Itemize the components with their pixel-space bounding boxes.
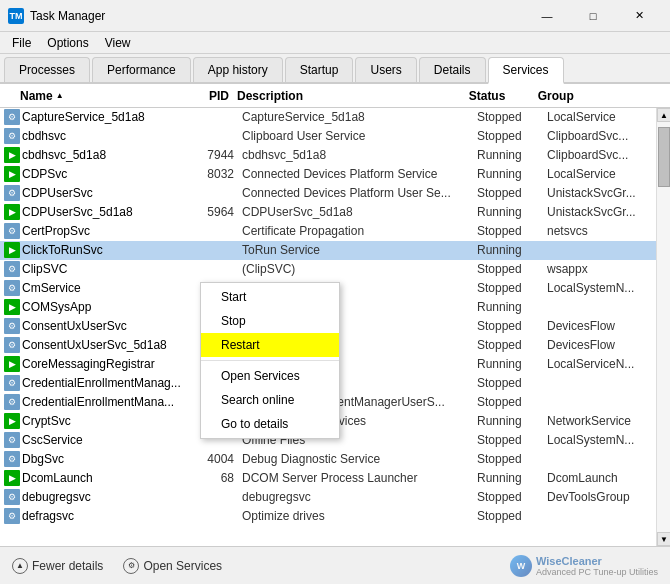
table-row[interactable]: ⚙ debugregsvc debugregsvc Stopped DevToo… [0, 488, 670, 507]
tab-processes[interactable]: Processes [4, 57, 90, 82]
tab-services[interactable]: Services [488, 57, 564, 84]
cell-status: Stopped [477, 281, 547, 295]
table-row[interactable]: ⚙ defragsvc Optimize drives Stopped [0, 507, 670, 526]
cell-group: DevicesFlow [547, 319, 667, 333]
service-icon: ⚙ [4, 337, 20, 353]
fewer-details-button[interactable]: ▲ Fewer details [12, 558, 103, 574]
service-icon: ▶ [4, 470, 20, 486]
vertical-scrollbar[interactable]: ▲ ▼ [656, 108, 670, 546]
cell-name: CoreMessagingRegistrar [22, 357, 187, 371]
service-icon: ▶ [4, 413, 20, 429]
cell-name: COMSysApp [22, 300, 187, 314]
menu-file[interactable]: File [4, 34, 39, 52]
service-icon: ⚙ [4, 280, 20, 296]
cell-name: CscService [22, 433, 187, 447]
service-icon: ⚙ [4, 451, 20, 467]
cell-group: LocalSystemN... [547, 433, 667, 447]
cell-group: UnistackSvcGr... [547, 205, 667, 219]
table-row[interactable]: ⚙ CertPropSvc Certificate Propagation St… [0, 222, 670, 241]
service-icon: ⚙ [4, 432, 20, 448]
cell-group: DevicesFlow [547, 338, 667, 352]
menu-view[interactable]: View [97, 34, 139, 52]
cell-name: DbgSvc [22, 452, 187, 466]
table-row[interactable]: ⚙ CaptureService_5d1a8 CaptureService_5d… [0, 108, 670, 127]
cell-group: UnistackSvcGr... [547, 186, 667, 200]
fewer-details-icon: ▲ [12, 558, 28, 574]
ctx-stop[interactable]: Stop [201, 309, 339, 333]
ctx-restart[interactable]: Restart [201, 333, 339, 357]
service-icon: ⚙ [4, 489, 20, 505]
cell-group: netsvcs [547, 224, 667, 238]
open-services-button[interactable]: ⚙ Open Services [123, 558, 222, 574]
wisecleaner-name: WiseCleaner [536, 555, 658, 567]
table-row[interactable]: ⚙ DbgSvc 4004 Debug Diagnostic Service S… [0, 450, 670, 469]
table-row[interactable]: ⚙ cbdhsvc Clipboard User Service Stopped… [0, 127, 670, 146]
tab-users[interactable]: Users [355, 57, 416, 82]
col-header-desc[interactable]: Description [237, 89, 469, 103]
cell-name: CredentialEnrollmentManag... [22, 376, 187, 390]
tab-details[interactable]: Details [419, 57, 486, 82]
cell-desc: CDPUserSvc_5d1a8 [242, 205, 477, 219]
service-icon: ▶ [4, 166, 20, 182]
ctx-separator [201, 360, 339, 361]
col-header-pid[interactable]: PID [183, 89, 237, 103]
maximize-button[interactable]: □ [570, 1, 616, 31]
cell-status: Running [477, 243, 547, 257]
minimize-button[interactable]: — [524, 1, 570, 31]
cell-pid: 7944 [187, 148, 242, 162]
ctx-start[interactable]: Start [201, 285, 339, 309]
cell-name: ClipSVC [22, 262, 187, 276]
cell-status: Stopped [477, 395, 547, 409]
table-row[interactable]: ▶ cbdhsvc_5d1a8 7944 cbdhsvc_5d1a8 Runni… [0, 146, 670, 165]
cell-name: CmService [22, 281, 187, 295]
scroll-up-button[interactable]: ▲ [657, 108, 670, 122]
cell-pid: 68 [187, 471, 242, 485]
cell-group: DevToolsGroup [547, 490, 667, 504]
table-row[interactable]: ▶ DcomLaunch 68 DCOM Server Process Laun… [0, 469, 670, 488]
cell-pid: 4004 [187, 452, 242, 466]
table-row[interactable]: ⚙ ClipSVC (ClipSVC) Stopped wsappx [0, 260, 670, 279]
tab-app-history[interactable]: App history [193, 57, 283, 82]
service-icon: ⚙ [4, 261, 20, 277]
cell-status: Stopped [477, 186, 547, 200]
service-icon: ▶ [4, 356, 20, 372]
menu-bar: File Options View [0, 32, 670, 54]
close-button[interactable]: ✕ [616, 1, 662, 31]
cell-name: ClickToRunSvc [22, 243, 187, 257]
cell-name: debugregsvc [22, 490, 187, 504]
cell-desc: Clipboard User Service [242, 129, 477, 143]
cell-status: Running [477, 167, 547, 181]
service-icon: ⚙ [4, 375, 20, 391]
col-header-group[interactable]: Group [538, 89, 656, 103]
cell-status: Running [477, 471, 547, 485]
table-row[interactable]: ⚙ CDPUserSvc Connected Devices Platform … [0, 184, 670, 203]
table-row-selected[interactable]: ▶ ClickToRunSvc ToRun Service Running [0, 241, 670, 260]
cell-group: DcomLaunch [547, 471, 667, 485]
window-controls: — □ ✕ [524, 1, 662, 31]
cell-status: Running [477, 414, 547, 428]
menu-options[interactable]: Options [39, 34, 96, 52]
open-services-icon: ⚙ [123, 558, 139, 574]
wisecleaner-info: WiseCleaner Advanced PC Tune-up Utilitie… [536, 555, 658, 577]
col-header-status[interactable]: Status [469, 89, 538, 103]
cell-status: Stopped [477, 319, 547, 333]
title-bar: TM Task Manager — □ ✕ [0, 0, 670, 32]
ctx-go-to-details[interactable]: Go to details [201, 412, 339, 436]
cell-name: CaptureService_5d1a8 [22, 110, 187, 124]
cell-group: LocalServiceN... [547, 357, 667, 371]
tab-performance[interactable]: Performance [92, 57, 191, 82]
service-icon: ⚙ [4, 394, 20, 410]
ctx-open-services[interactable]: Open Services [201, 364, 339, 388]
tab-startup[interactable]: Startup [285, 57, 354, 82]
service-icon: ▶ [4, 204, 20, 220]
table-row[interactable]: ▶ CDPSvc 8032 Connected Devices Platform… [0, 165, 670, 184]
scroll-down-button[interactable]: ▼ [657, 532, 670, 546]
scroll-thumb[interactable] [658, 127, 670, 187]
cell-status: Running [477, 205, 547, 219]
col-header-name[interactable]: Name ▲ [0, 89, 183, 103]
service-icon: ⚙ [4, 185, 20, 201]
service-icon: ▶ [4, 299, 20, 315]
ctx-search-online[interactable]: Search online [201, 388, 339, 412]
table-row[interactable]: ▶ CDPUserSvc_5d1a8 5964 CDPUserSvc_5d1a8… [0, 203, 670, 222]
cell-desc: ToRun Service [242, 243, 477, 257]
